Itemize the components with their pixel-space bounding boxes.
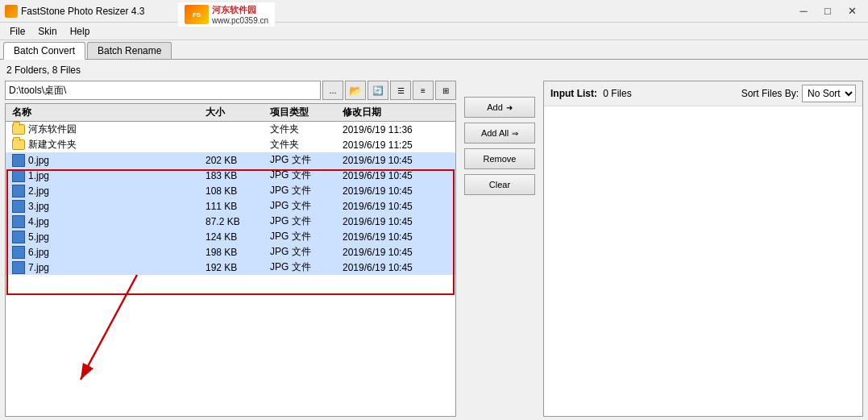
view-icons-icon: ⊞ xyxy=(442,86,449,95)
tab-batch-convert[interactable]: Batch Convert xyxy=(3,42,85,60)
file-size: 111 KB xyxy=(202,201,267,212)
status-bar: 2 Folders, 8 Files xyxy=(5,63,863,77)
table-row[interactable]: 0.jpg 202 KB JPG 文件 2019/6/19 10:45 xyxy=(6,152,455,168)
file-modified: 2019/6/19 10:45 xyxy=(339,201,452,212)
file-type: JPG 文件 xyxy=(267,168,339,182)
left-panel: ... 📂 🔄 ☰ ≡ ⊞ xyxy=(5,81,456,417)
col-name: 名称 xyxy=(9,106,202,119)
file-modified: 2019/6/19 10:45 xyxy=(339,216,452,227)
file-name: 6.jpg xyxy=(28,247,49,258)
watermark-text-block: 河东软件园 www.pc0359.cn xyxy=(212,4,268,25)
middle-panel: Add ➜ Add All ⇒ Remove Clear xyxy=(459,81,540,417)
jpg-icon xyxy=(12,246,25,259)
file-size: 183 KB xyxy=(202,170,267,181)
table-row[interactable]: 新建文件夹 文件夹 2019/6/19 11:25 xyxy=(6,137,455,152)
file-type: JPG 文件 xyxy=(267,230,339,243)
watermark: FS 河东软件园 www.pc0359.cn xyxy=(177,2,276,27)
table-row[interactable]: 2.jpg 108 KB JPG 文件 2019/6/19 10:45 xyxy=(6,183,455,198)
folder-open-icon: 📂 xyxy=(349,85,362,97)
jpg-icon xyxy=(12,231,25,243)
jpg-icon xyxy=(12,261,25,274)
file-name-cell: 4.jpg xyxy=(9,215,202,228)
input-list-label: Input List: 0 Files xyxy=(550,88,632,99)
sort-controls: Sort Files By: No Sort Name Size Date xyxy=(741,85,856,102)
browse-button[interactable]: ... xyxy=(322,81,343,100)
file-name: 2.jpg xyxy=(28,185,49,197)
table-row[interactable]: 1.jpg 183 KB JPG 文件 2019/6/19 10:45 xyxy=(6,168,455,183)
file-name-cell: 0.jpg xyxy=(9,154,202,167)
file-name-cell: 新建文件夹 xyxy=(9,138,202,152)
maximize-button[interactable]: □ xyxy=(816,3,839,19)
file-name-cell: 1.jpg xyxy=(9,169,202,182)
title-bar-text: FastStone Photo Resizer 4.3 xyxy=(21,6,792,17)
col-type: 项目类型 xyxy=(267,106,339,119)
file-modified: 2019/6/19 10:45 xyxy=(339,262,452,273)
menu-file[interactable]: File xyxy=(3,24,31,39)
jpg-icon xyxy=(12,215,25,228)
menu-skin[interactable]: Skin xyxy=(31,24,63,39)
file-size: 87.2 KB xyxy=(202,216,267,227)
input-list-count: 0 Files xyxy=(603,88,631,99)
file-name-cell: 2.jpg xyxy=(9,185,202,198)
file-size: 124 KB xyxy=(202,231,267,243)
title-bar: FastStone Photo Resizer 4.3 FS 河东软件园 www… xyxy=(0,0,868,23)
file-list-body[interactable]: 河东软件园 文件夹 2019/6/19 11:36 新建文件夹 文件夹 2019… xyxy=(6,122,455,416)
file-type: JPG 文件 xyxy=(267,214,339,228)
file-size: 198 KB xyxy=(202,247,267,258)
file-name-cell: 5.jpg xyxy=(9,231,202,243)
app-icon xyxy=(5,5,18,18)
close-button[interactable]: ✕ xyxy=(841,3,863,19)
add-button[interactable]: Add ➜ xyxy=(464,97,535,118)
file-modified: 2019/6/19 10:45 xyxy=(339,155,452,166)
file-name: 1.jpg xyxy=(28,170,49,181)
watermark-url: www.pc0359.cn xyxy=(212,16,268,25)
sort-select[interactable]: No Sort Name Size Date xyxy=(802,85,856,102)
file-name: 4.jpg xyxy=(28,216,49,227)
file-name: 5.jpg xyxy=(28,231,49,243)
input-list-body xyxy=(544,106,862,416)
file-name-cell: 7.jpg xyxy=(9,261,202,274)
file-name: 0.jpg xyxy=(28,155,49,166)
title-bar-controls: ─ □ ✕ xyxy=(792,3,863,19)
view-details-btn[interactable]: ≡ xyxy=(413,81,434,100)
watermark-site: 河东软件园 xyxy=(212,4,268,16)
menu-bar: File Skin Help xyxy=(0,23,868,40)
tab-bar: Batch Convert Batch Rename xyxy=(0,40,868,60)
watermark-logo: FS xyxy=(185,5,209,24)
view-details-icon: ≡ xyxy=(421,86,426,95)
tab-batch-rename[interactable]: Batch Rename xyxy=(87,42,172,59)
minimize-button[interactable]: ─ xyxy=(792,3,815,19)
right-panel-header: Input List: 0 Files Sort Files By: No So… xyxy=(544,81,862,106)
add-all-arrow-icon: ⇒ xyxy=(512,129,518,138)
file-type: JPG 文件 xyxy=(267,184,339,198)
table-row[interactable]: 4.jpg 87.2 KB JPG 文件 2019/6/19 10:45 xyxy=(6,214,455,229)
path-input[interactable] xyxy=(5,81,321,100)
table-row[interactable]: 河东软件园 文件夹 2019/6/19 11:36 xyxy=(6,122,455,137)
file-list-container: 名称 大小 项目类型 修改日期 河东软件园 文件夹 2019/6/19 11:3… xyxy=(5,103,456,417)
file-size: 202 KB xyxy=(202,155,267,166)
clear-button[interactable]: Clear xyxy=(464,174,535,195)
file-name: 3.jpg xyxy=(28,201,49,212)
file-modified: 2019/6/19 10:45 xyxy=(339,185,452,197)
file-toolbar: ... 📂 🔄 ☰ ≡ ⊞ xyxy=(5,81,456,100)
view-list-btn[interactable]: ☰ xyxy=(390,81,411,100)
file-type: 文件夹 xyxy=(267,138,339,152)
table-row[interactable]: 6.jpg 198 KB JPG 文件 2019/6/19 10:45 xyxy=(6,244,455,260)
file-modified: 2019/6/19 10:45 xyxy=(339,247,452,258)
remove-button[interactable]: Remove xyxy=(464,148,535,169)
folder-open-icon-btn[interactable]: 📂 xyxy=(345,81,366,100)
file-name-cell: 河东软件园 xyxy=(9,123,202,136)
view-icons-btn[interactable]: ⊞ xyxy=(435,81,456,100)
jpg-icon xyxy=(12,169,25,182)
file-name: 河东软件园 xyxy=(28,123,77,136)
table-row[interactable]: 5.jpg 124 KB JPG 文件 2019/6/19 10:45 xyxy=(6,229,455,244)
table-row[interactable]: 7.jpg 192 KB JPG 文件 2019/6/19 10:45 xyxy=(6,260,455,275)
file-type: JPG 文件 xyxy=(267,199,339,213)
refresh-icon-btn[interactable]: 🔄 xyxy=(368,81,388,100)
add-all-button[interactable]: Add All ⇒ xyxy=(464,123,535,143)
jpg-icon xyxy=(12,185,25,198)
file-modified: 2019/6/19 11:36 xyxy=(339,124,452,135)
menu-help[interactable]: Help xyxy=(64,24,97,39)
table-row[interactable]: 3.jpg 111 KB JPG 文件 2019/6/19 10:45 xyxy=(6,198,455,214)
file-modified: 2019/6/19 10:45 xyxy=(339,231,452,243)
